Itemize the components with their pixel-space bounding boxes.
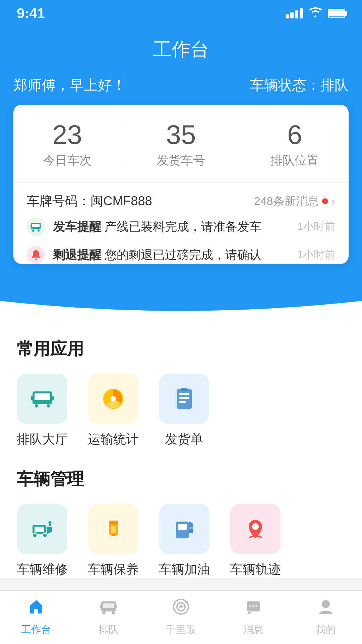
svg-point-50 xyxy=(322,600,330,608)
queue-icon xyxy=(100,598,117,620)
svg-point-38 xyxy=(102,611,106,614)
stat-number-delivery: 35 xyxy=(157,121,205,148)
nav-item-profile[interactable]: 我的 xyxy=(290,598,362,637)
app-item-vehicle-maintain[interactable]: 车辆保养 xyxy=(88,504,139,578)
svg-point-11 xyxy=(35,404,38,408)
plate-row[interactable]: 车牌号码：闽CMF888 248条新消息 › xyxy=(27,193,335,210)
svg-rect-20 xyxy=(179,401,186,403)
nav-item-camera[interactable]: 千里眼 xyxy=(145,598,217,637)
nav-label-profile: 我的 xyxy=(316,623,336,637)
svg-point-12 xyxy=(47,404,50,408)
page-title: 工作台 xyxy=(0,37,362,76)
svg-rect-37 xyxy=(103,603,114,608)
stat-number-trips: 23 xyxy=(43,121,92,148)
nav-item-queue[interactable]: 排队 xyxy=(72,598,145,637)
svg-rect-33 xyxy=(189,527,193,529)
status-time: 9:41 xyxy=(17,5,45,21)
chevron-right-icon: › xyxy=(331,195,335,208)
stat-label-queue: 排队位置 xyxy=(270,152,319,169)
app-item-transport-stats[interactable]: 运输统计 xyxy=(88,374,139,448)
wifi-icon xyxy=(309,6,322,20)
vehicle-manage-title: 车辆管理 xyxy=(17,468,345,490)
stat-delivery-num: 35 发货车号 xyxy=(157,121,205,169)
signal-icon xyxy=(286,8,303,18)
svg-rect-27 xyxy=(109,521,118,524)
svg-point-25 xyxy=(43,533,47,538)
message-badge[interactable]: 248条新消息 › xyxy=(254,194,335,209)
app-label-delivery-order: 发货单 xyxy=(165,431,203,448)
status-bar: 9:41 xyxy=(0,0,362,27)
stat-queue-pos: 6 排队位置 xyxy=(270,121,319,169)
svg-rect-49 xyxy=(255,605,257,607)
battery-icon xyxy=(328,9,345,18)
stat-today-trips: 23 今日车次 xyxy=(43,121,92,169)
svg-rect-18 xyxy=(179,393,189,395)
stat-label-delivery: 发货车号 xyxy=(157,152,205,169)
svg-rect-40 xyxy=(100,605,102,608)
transport-stats-icon xyxy=(88,374,138,424)
svg-rect-41 xyxy=(115,605,117,608)
svg-rect-31 xyxy=(178,524,187,530)
vehicle-status-text: 车辆状态：排队 xyxy=(250,76,349,95)
vehicle-fuel-icon xyxy=(159,504,209,554)
svg-rect-10 xyxy=(35,393,50,400)
app-item-vehicle-repair[interactable]: 车辆维修 xyxy=(17,504,68,578)
stat-label-trips: 今日车次 xyxy=(43,152,92,169)
svg-rect-47 xyxy=(249,605,251,607)
app-item-vehicle-fuel[interactable]: 车辆加油 xyxy=(159,504,210,578)
svg-point-8 xyxy=(35,259,37,260)
app-label-vehicle-maintain: 车辆保养 xyxy=(88,561,139,578)
bus-notif-icon xyxy=(27,218,45,236)
app-label-queue-hall: 排队大厅 xyxy=(17,431,68,448)
workbench-icon xyxy=(27,598,45,620)
greeting-text: 郑师傅，早上好！ xyxy=(13,76,126,95)
notif-content-departure: 发车提醒 产线已装料完成，请准备发车 xyxy=(53,219,289,235)
svg-point-39 xyxy=(112,611,115,614)
svg-rect-48 xyxy=(252,605,254,607)
camera-icon xyxy=(172,598,190,620)
message-icon xyxy=(245,598,262,620)
delivery-order-icon xyxy=(159,374,209,424)
svg-rect-2 xyxy=(40,225,41,227)
app-item-delivery-order[interactable]: 发货单 xyxy=(159,374,209,448)
svg-rect-21 xyxy=(181,388,187,391)
nav-item-message[interactable]: 消息 xyxy=(217,598,290,637)
notification-item-return[interactable]: 剩退提醒 您的剩退已过磅完成，请确认 1小时前 xyxy=(27,246,335,264)
greeting-row: 郑师傅，早上好！ 车辆状态：排队 xyxy=(13,76,349,95)
app-label-vehicle-fuel: 车辆加油 xyxy=(159,561,210,578)
vehicle-manage-grid: 车辆维修 车辆保养 xyxy=(17,504,345,578)
stat-number-queue: 6 xyxy=(270,121,319,148)
app-item-queue-hall[interactable]: 排队大厅 xyxy=(17,374,68,448)
message-count: 248条新消息 xyxy=(254,194,319,209)
app-item-vehicle-track[interactable]: 车辆轨迹 xyxy=(230,504,281,578)
card-notification-area: 车牌号码：闽CMF888 248条新消息 › xyxy=(27,182,335,264)
svg-rect-13 xyxy=(31,396,34,400)
vehicle-maintain-icon xyxy=(88,504,138,554)
svg-rect-28 xyxy=(111,526,116,533)
notif-content-return: 剩退提醒 您的剩退已过磅完成，请确认 xyxy=(53,247,289,263)
svg-point-29 xyxy=(112,534,116,536)
nav-label-camera: 千里眼 xyxy=(166,623,196,637)
status-icons xyxy=(286,6,345,20)
svg-rect-3 xyxy=(32,224,40,227)
app-label-vehicle-repair: 车辆维修 xyxy=(17,561,68,578)
stats-card: 23 今日车次 35 发货车号 6 排队位置 车牌号码：闽CMF888 xyxy=(13,105,349,264)
nav-item-workbench[interactable]: 工作台 xyxy=(0,598,72,637)
notification-item-departure[interactable]: 发车提醒 产线已装料完成，请准备发车 1小时前 xyxy=(27,218,335,236)
nav-label-message: 消息 xyxy=(243,623,263,637)
nav-label-queue: 排队 xyxy=(99,623,119,637)
blue-section: 郑师傅，早上好！ 车辆状态：排队 23 今日车次 35 发货车号 6 排队位置 xyxy=(0,76,362,301)
notif-time-departure: 1小时前 xyxy=(297,219,335,234)
vehicle-track-icon xyxy=(230,504,281,554)
stat-divider-2 xyxy=(238,125,238,165)
svg-point-24 xyxy=(33,533,37,538)
notif-time-return: 1小时前 xyxy=(297,248,335,262)
svg-rect-23 xyxy=(35,527,44,532)
bottom-nav: 工作台 排队 千里眼 xyxy=(0,590,362,644)
svg-rect-19 xyxy=(179,397,189,399)
common-apps-title: 常用应用 xyxy=(17,338,345,360)
header: 工作台 xyxy=(0,27,362,76)
svg-rect-17 xyxy=(177,389,192,409)
profile-icon xyxy=(317,598,335,620)
stat-divider-1 xyxy=(124,125,124,165)
